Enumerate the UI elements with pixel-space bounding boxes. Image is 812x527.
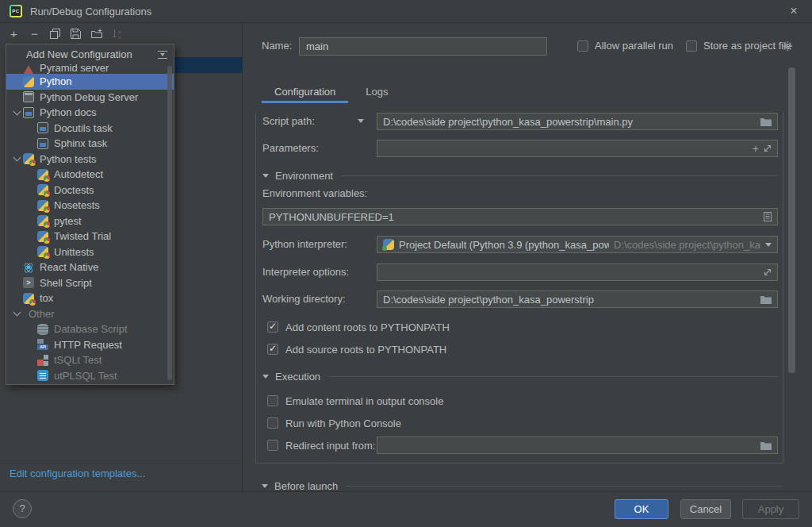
python-icon	[23, 76, 34, 87]
checkbox[interactable]	[267, 440, 278, 451]
config-type-label: Database Script	[54, 323, 128, 335]
folder-icon[interactable]	[760, 295, 772, 304]
expand-icon[interactable]	[764, 144, 772, 152]
config-type-label: Python Debug Server	[40, 91, 138, 103]
emulate-terminal-checkbox[interactable]: Emulate terminal in output console	[267, 394, 443, 407]
allow-parallel-run-checkbox[interactable]: Allow parallel run	[577, 40, 673, 52]
new-folder-icon[interactable]	[89, 26, 104, 41]
config-type-autodetect[interactable]: Autodetect	[6, 167, 174, 183]
close-icon[interactable]: ×	[785, 4, 802, 18]
folder-icon[interactable]	[760, 117, 772, 126]
python-icon	[383, 239, 394, 250]
checkbox[interactable]	[686, 40, 697, 52]
parameters-label: Parameters:	[262, 140, 319, 157]
pycharm-logo-icon: PC	[10, 5, 22, 17]
ok-button[interactable]: OK	[615, 499, 668, 519]
config-type-label: Nosetests	[54, 199, 100, 211]
checkbox[interactable]	[267, 395, 278, 406]
config-type-tsqlt-test[interactable]: tSQLt Test	[6, 352, 174, 368]
working-directory-label: Working directory:	[262, 290, 346, 308]
collapse-all-icon[interactable]	[158, 50, 167, 60]
edit-configuration-templates-link[interactable]: Edit configuration templates...	[10, 467, 145, 479]
config-type-database-script[interactable]: Database Script	[6, 321, 174, 337]
config-type-unittests[interactable]: Unittests	[6, 244, 174, 260]
interpreter-options-row: Interpreter options:	[256, 264, 783, 281]
config-type-label: HTTP Request	[54, 339, 122, 351]
run-with-python-console-checkbox[interactable]: Run with Python Console	[267, 417, 401, 429]
help-button[interactable]: ?	[13, 499, 32, 518]
tab-configuration[interactable]: Configuration	[262, 83, 348, 101]
interpreter-options-input[interactable]	[377, 264, 778, 281]
config-type-shell-script[interactable]: Shell Script	[6, 275, 174, 291]
config-type-python-tests[interactable]: Python tests	[6, 152, 174, 167]
add-content-roots-checkbox[interactable]: Add content roots to PYTHONPATH	[267, 321, 450, 333]
config-type-label: Twisted Trial	[54, 230, 111, 242]
apply-button[interactable]: Apply	[742, 499, 799, 519]
environment-variables-input[interactable]: PYTHONUNBUFFERED=1	[262, 208, 778, 225]
popup-scrollbar[interactable]	[167, 66, 172, 380]
config-type-pytest[interactable]: pytest	[6, 213, 174, 229]
tab-logs[interactable]: Logs	[353, 83, 400, 101]
environment-section-header[interactable]: Environment	[262, 169, 778, 182]
utplsql-icon	[37, 370, 48, 381]
checkbox[interactable]	[267, 321, 278, 333]
config-type-docutils-task[interactable]: Docutils task	[6, 121, 174, 137]
python-interpreter-combobox[interactable]: Project Default (Python 3.9 (python_kasa…	[377, 236, 778, 253]
svg-text:a: a	[118, 29, 121, 33]
add-source-roots-checkbox[interactable]: Add source roots to PYTHONPATH	[267, 343, 446, 356]
add-macro-icon[interactable]: +	[753, 144, 759, 152]
config-type-utplsql-test[interactable]: utPLSQL Test	[6, 368, 174, 384]
cancel-button[interactable]: Cancel	[680, 499, 731, 519]
config-type-label: tox	[40, 292, 53, 304]
redirect-input-checkbox[interactable]: Redirect input from:	[267, 439, 375, 452]
gear-icon[interactable]	[782, 40, 793, 54]
config-type-pyramid-server[interactable]: Pyramid server	[6, 64, 174, 74]
parameters-row: Parameters: +	[256, 140, 783, 157]
chevron-expanded-icon[interactable]	[13, 107, 21, 115]
configuration-editor: Name: main Allow parallel run Store as p…	[243, 23, 812, 492]
execution-section-header[interactable]: Execution	[262, 370, 778, 383]
config-type-tox[interactable]: tox	[6, 290, 174, 306]
store-as-project-file-checkbox[interactable]: Store as project file	[686, 40, 791, 52]
config-type-label: Sphinx task	[54, 137, 107, 149]
config-type-http-request[interactable]: HTTP Request	[6, 337, 174, 353]
copy-icon[interactable]	[48, 26, 63, 41]
config-type-python[interactable]: Python	[6, 74, 174, 90]
config-type-label: utPLSQL Test	[54, 370, 117, 382]
before-launch-section-header[interactable]: Before launch	[262, 480, 782, 492]
remove-icon[interactable]: −	[27, 26, 42, 41]
redirect-input-input[interactable]	[377, 437, 778, 454]
editor-scrollbar[interactable]	[788, 67, 795, 373]
config-type-label: tSQLt Test	[54, 354, 102, 366]
checkbox[interactable]	[267, 417, 278, 429]
chevron-expanded-icon[interactable]	[13, 309, 21, 317]
config-type-doctests[interactable]: Doctests	[6, 183, 174, 198]
debug-server-icon	[23, 91, 34, 102]
config-type-python-docs[interactable]: Python docs	[6, 105, 174, 121]
sort-alphabetically-icon[interactable]: a z	[109, 26, 124, 41]
working-directory-input[interactable]: D:\codes\side project\python_kasa_powers…	[377, 290, 778, 308]
chevron-down-icon[interactable]	[765, 243, 772, 247]
chevron-expanded-icon[interactable]	[13, 154, 21, 162]
folder-icon[interactable]	[760, 441, 772, 450]
parameters-input[interactable]: +	[377, 140, 778, 157]
checkbox[interactable]	[267, 344, 278, 355]
script-path-dropdown-icon[interactable]	[358, 119, 364, 123]
config-type-python-debug-server[interactable]: Python Debug Server	[6, 90, 174, 106]
edit-list-icon[interactable]	[764, 212, 772, 221]
checkbox[interactable]	[577, 40, 588, 52]
save-icon[interactable]	[68, 26, 83, 41]
config-type-other[interactable]: Other	[6, 306, 174, 322]
config-type-nosetests[interactable]: Nosetests	[6, 198, 174, 213]
name-input[interactable]: main	[299, 37, 547, 56]
add-source-roots-label: Add source roots to PYTHONPATH	[285, 344, 446, 356]
config-type-twisted-trial[interactable]: Twisted Trial	[6, 229, 174, 244]
script-path-input[interactable]: D:\codes\side project\python_kasa_powers…	[377, 113, 778, 130]
svg-text:z: z	[118, 34, 121, 39]
add-icon[interactable]: +	[6, 26, 21, 41]
expand-icon[interactable]	[764, 268, 772, 276]
config-type-sphinx-task[interactable]: Sphinx task	[6, 136, 174, 152]
redirect-input-row: Redirect input from:	[256, 437, 783, 454]
config-type-react-native[interactable]: React Native	[6, 260, 174, 275]
pytest-icon	[37, 200, 48, 211]
